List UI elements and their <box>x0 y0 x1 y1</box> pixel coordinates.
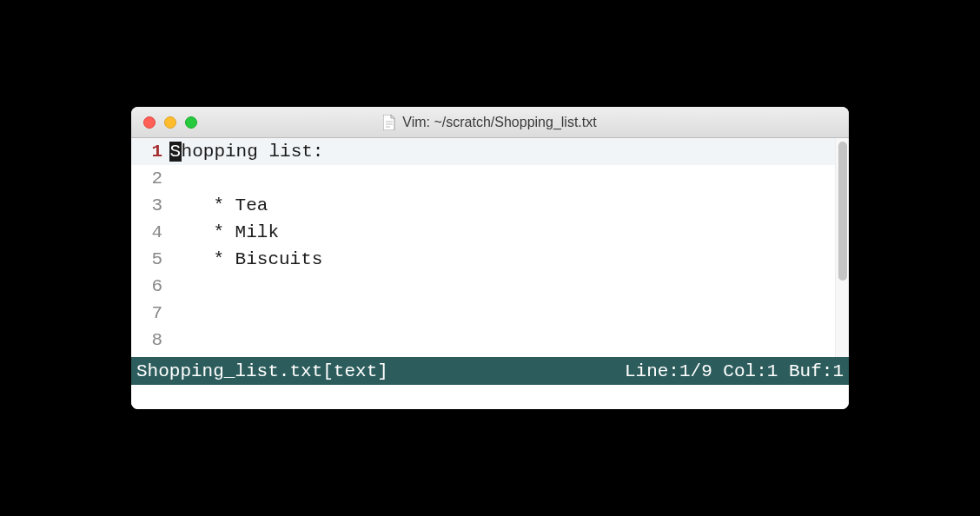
line-content[interactable]: * Biscuits <box>169 246 322 273</box>
editor-line[interactable]: 6 <box>131 273 835 300</box>
command-line-area[interactable] <box>131 385 849 409</box>
editor-lines[interactable]: 1 Shopping list: 2 3 * Tea 4 * Milk 5 * … <box>131 138 835 357</box>
status-left: Shopping_list.txt[text] <box>136 361 388 381</box>
cursor: S <box>169 142 182 162</box>
editor-line[interactable]: 7 <box>131 300 835 327</box>
scrollbar[interactable] <box>835 138 849 357</box>
document-icon <box>383 115 395 130</box>
line-number: 8 <box>131 327 169 354</box>
status-right: Line:1/9 Col:1 Buf:1 <box>625 361 844 381</box>
line-text: hopping list: <box>182 142 324 162</box>
editor-line[interactable]: 5 * Biscuits <box>131 246 835 273</box>
line-number: 1 <box>131 138 169 165</box>
line-content[interactable]: * Tea <box>169 192 268 219</box>
editor-line[interactable]: 2 <box>131 165 835 192</box>
line-number: 6 <box>131 273 169 300</box>
editor-line[interactable]: 1 Shopping list: <box>131 138 835 165</box>
traffic-lights <box>131 116 197 129</box>
line-number: 7 <box>131 300 169 327</box>
scrollbar-thumb[interactable] <box>838 142 847 281</box>
editor-line[interactable]: 4 * Milk <box>131 219 835 246</box>
line-number: 3 <box>131 192 169 219</box>
maximize-button[interactable] <box>185 116 197 129</box>
line-content[interactable]: Shopping list: <box>169 138 323 165</box>
line-number: 5 <box>131 246 169 273</box>
line-content[interactable]: * Milk <box>169 219 279 246</box>
window-title: Vim: ~/scratch/Shopping_list.txt <box>402 115 596 130</box>
minimize-button[interactable] <box>164 116 176 129</box>
title-center: Vim: ~/scratch/Shopping_list.txt <box>131 115 849 130</box>
vim-window: Vim: ~/scratch/Shopping_list.txt 1 Shopp… <box>131 107 849 409</box>
titlebar[interactable]: Vim: ~/scratch/Shopping_list.txt <box>131 107 849 138</box>
editor-line[interactable]: 8 <box>131 327 835 354</box>
line-number: 4 <box>131 219 169 246</box>
editor-line[interactable]: 3 * Tea <box>131 192 835 219</box>
line-number: 2 <box>131 165 169 192</box>
editor-area[interactable]: 1 Shopping list: 2 3 * Tea 4 * Milk 5 * … <box>131 138 849 357</box>
statusbar: Shopping_list.txt[text] Line:1/9 Col:1 B… <box>131 357 849 385</box>
close-button[interactable] <box>143 116 156 129</box>
